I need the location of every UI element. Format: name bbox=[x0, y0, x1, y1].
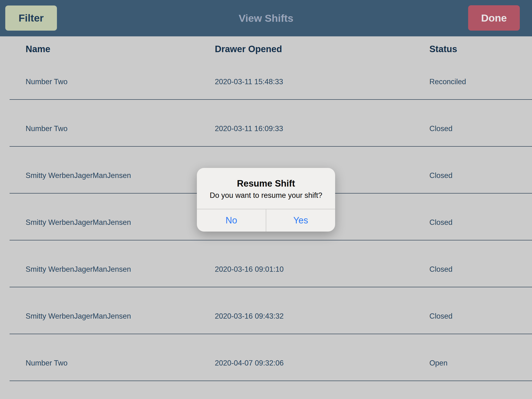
dialog-title: Resume Shift bbox=[197, 178, 335, 189]
page-title: View Shifts bbox=[0, 0, 532, 36]
cell-name: Smitty WerbenJagerManJensen bbox=[25, 171, 215, 180]
navigation-bar: View Shifts Filter Done bbox=[0, 0, 532, 36]
table-row[interactable]: Number Two 2020-04-07 09:32:06 Open bbox=[0, 334, 532, 381]
resume-shift-dialog: Resume Shift Do you want to resume your … bbox=[197, 168, 335, 232]
filter-button[interactable]: Filter bbox=[5, 6, 57, 31]
yes-button[interactable]: Yes bbox=[266, 209, 335, 232]
cell-status: Reconciled bbox=[429, 77, 532, 86]
dialog-message: Do you want to resume your shift? bbox=[197, 191, 335, 200]
cell-status: Closed bbox=[429, 312, 532, 321]
cell-name: Smitty WerbenJagerManJensen bbox=[25, 265, 215, 274]
cell-status: Closed bbox=[429, 171, 532, 180]
done-button[interactable]: Done bbox=[468, 5, 520, 31]
cell-status: Closed bbox=[429, 218, 532, 227]
column-header-drawer-opened: Drawer Opened bbox=[215, 44, 429, 54]
dialog-button-row: No Yes bbox=[197, 209, 335, 232]
table-row[interactable]: Number Two 2020-03-11 16:09:33 Closed bbox=[0, 100, 532, 147]
column-header-name: Name bbox=[25, 44, 215, 54]
table-row[interactable]: Number Two 2020-03-11 15:48:33 Reconcile… bbox=[0, 60, 532, 100]
table-row[interactable]: Smitty WerbenJagerManJensen 2020-03-16 0… bbox=[0, 287, 532, 334]
cell-status: Closed bbox=[429, 124, 532, 133]
cell-drawer-opened: 2020-03-16 09:01:10 bbox=[215, 265, 429, 274]
cell-name: Number Two bbox=[25, 77, 215, 86]
cell-name: Smitty WerbenJagerManJensen bbox=[25, 312, 215, 321]
cell-name: Number Two bbox=[25, 124, 215, 133]
cell-name: Number Two bbox=[25, 359, 215, 367]
no-button[interactable]: No bbox=[197, 209, 266, 232]
column-header-status: Status bbox=[429, 44, 532, 54]
cell-status: Open bbox=[429, 359, 532, 367]
cell-drawer-opened: 2020-03-11 15:48:33 bbox=[215, 77, 429, 86]
cell-drawer-opened: 2020-03-16 09:43:32 bbox=[215, 312, 429, 321]
cell-status: Closed bbox=[429, 265, 532, 274]
cell-name: Smitty WerbenJagerManJensen bbox=[25, 218, 215, 227]
table-header-row: Name Drawer Opened Status bbox=[0, 36, 532, 60]
table-row[interactable]: Smitty WerbenJagerManJensen 2020-03-16 0… bbox=[0, 241, 532, 287]
cell-drawer-opened: 2020-04-07 09:32:06 bbox=[215, 359, 429, 367]
cell-drawer-opened: 2020-03-11 16:09:33 bbox=[215, 124, 429, 133]
